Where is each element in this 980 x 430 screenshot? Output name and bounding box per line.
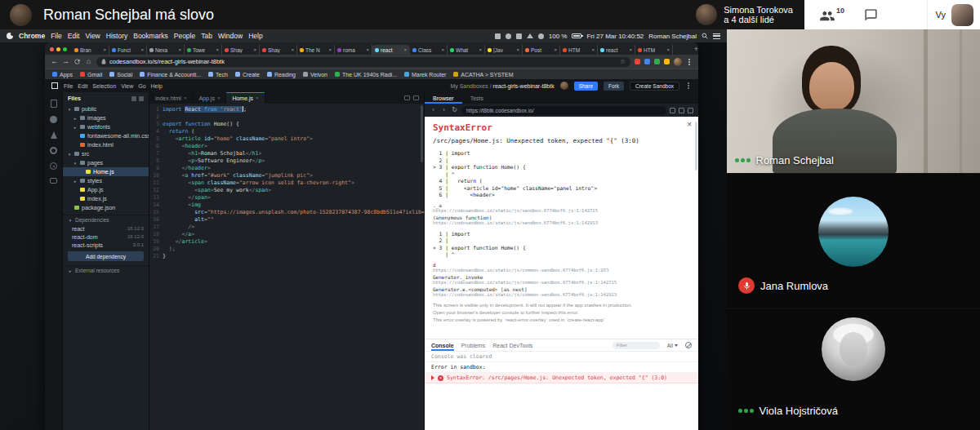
browser-tab[interactable]: Class× [410,45,448,55]
bookmark-item[interactable]: The UK 1940s Radi... [335,72,397,78]
console-tab-problems[interactable]: Problems [461,339,486,351]
preview-url-bar[interactable]: https://t8btk.codesandbox.io/ [461,106,666,115]
bookmark-item[interactable]: Velvon [303,72,327,78]
mac-menu-tab[interactable]: Tab [201,32,212,40]
file-tree-item[interactable]: index.js [63,194,149,203]
display-icon[interactable] [506,33,511,39]
tab-close-icon[interactable]: × [256,95,259,100]
close-overlay-icon[interactable]: × [687,120,692,129]
new-file-icon[interactable] [131,96,136,101]
preview-scrollbar[interactable] [695,122,697,171]
editor-layout-icon[interactable] [413,95,419,100]
log-level-dropdown[interactable]: All [667,343,678,348]
console-filter-input[interactable]: Filter [612,342,660,349]
extension-icon[interactable] [664,59,670,64]
browser-tab[interactable]: HTM× [635,45,673,55]
mac-menu-bookmarks[interactable]: Bookmarks [133,32,168,40]
tab-close-icon[interactable]: × [629,47,632,52]
file-tree-item[interactable]: ▸images [63,113,149,122]
tab-close-icon[interactable]: × [216,47,219,52]
dependency-row[interactable]: react-dom16.12.0 [63,233,149,241]
csb-menu-go[interactable]: Go [138,83,145,89]
mac-menu-people[interactable]: People [174,32,195,40]
browser-tab[interactable]: The N× [297,45,335,55]
participant-video-jana[interactable]: Jana Rumlova [727,173,980,308]
wifi-icon[interactable] [527,33,533,38]
console-tab-console[interactable]: Console [431,339,454,351]
open-new-window-icon[interactable] [670,108,675,113]
close-window-icon[interactable] [50,47,54,51]
bookmark-star-icon[interactable]: ☆ [620,58,626,65]
stack-link[interactable]: https://codesandbox.io/static/js/common-… [433,292,690,297]
extension-icon[interactable] [644,59,650,64]
browser-tab[interactable]: Post× [523,45,560,55]
tab-close-icon[interactable]: × [184,95,187,100]
split-view-icon[interactable] [404,95,410,100]
mac-menu-view[interactable]: View [85,32,100,40]
preview-refresh-button[interactable]: ↻ [451,107,458,113]
file-tree-item[interactable]: ▸styles [63,176,149,185]
explorer-icon[interactable] [51,100,57,108]
refresh-button[interactable] [74,58,81,65]
tab-close-icon[interactable]: × [554,47,557,52]
extension-icon[interactable] [635,59,640,64]
browser-tab[interactable]: What× [448,45,485,55]
browser-tab[interactable]: Shay× [260,45,297,55]
bookmark-item[interactable]: Gmail [80,72,102,78]
tab-close-icon[interactable]: × [591,47,595,52]
deployment-icon[interactable] [51,131,57,139]
comments-icon[interactable] [50,178,57,184]
bookmark-item[interactable]: Reading [267,72,296,78]
tab-close-icon[interactable]: × [140,47,144,52]
address-bar[interactable]: codesandbox.io/s/react-girls-webinar-t8b… [96,57,630,67]
screen-mirroring-icon[interactable] [495,33,501,39]
add-dependency-button[interactable]: Add dependency [68,251,144,261]
new-tab-button[interactable]: + [694,46,698,53]
browser-tab[interactable]: Nexa× [147,45,185,55]
settings-icon[interactable] [50,147,57,154]
console-error-row[interactable]: × SyntaxError: /src/pages/Home.js: Unexp… [425,373,698,383]
browser-tab[interactable]: Towe× [185,45,222,55]
tab-close-icon[interactable]: × [328,47,332,52]
minimize-window-icon[interactable] [56,47,60,51]
maximize-window-icon[interactable] [63,47,67,51]
apple-menu-icon[interactable] [7,33,13,39]
stack-link[interactable]: https://codesandbox.io/static/js/sandbox… [433,208,690,213]
preview-back-button[interactable]: ‹ [430,107,437,113]
bookmark-item[interactable]: Social [109,72,132,78]
participant-video-roman[interactable]: Roman Schejbal [727,29,980,173]
bookmark-item[interactable]: Finance & Accounti... [140,72,201,78]
dependency-row[interactable]: react-scripts3.0.1 [63,241,149,249]
github-icon[interactable] [50,116,57,123]
volume-icon[interactable] [538,33,544,39]
breadcrumb-root[interactable]: My Sandboxes [450,83,488,89]
menubar-clock[interactable]: Fri 27 Mar 10:40:52 [586,33,644,40]
tab-close-icon[interactable]: × [291,47,294,52]
chrome-menu-icon[interactable] [688,61,690,63]
notification-center-icon[interactable] [713,33,720,39]
csb-menu-help[interactable]: Help [151,83,163,89]
stack-link[interactable]: https://codesandbox.io/static/js/common-… [433,280,690,285]
new-folder-icon[interactable] [139,96,144,101]
file-tree-item[interactable]: index.html [63,140,149,149]
mac-menu-chrome[interactable]: Chrome [19,32,45,40]
window-controls[interactable] [50,47,67,51]
stack-link[interactable]: https://codesandbox.io/static/js/common-… [433,268,690,273]
bookmark-item[interactable]: ACATHA > SYSTEM [453,72,513,78]
user-avatar[interactable] [560,82,568,90]
tab-close-icon[interactable]: × [441,47,444,52]
mac-menu-history[interactable]: History [106,32,127,40]
file-tree-item[interactable]: ▾pages [63,158,149,167]
share-button[interactable]: Share [574,82,598,91]
file-tree-item[interactable]: App.js [63,185,149,194]
preview-tab-tests[interactable]: Tests [462,92,492,104]
spotlight-icon[interactable] [702,33,708,39]
csb-menu-view[interactable]: View [121,83,133,89]
dependency-row[interactable]: react16.12.0 [63,224,149,233]
live-icon[interactable] [50,162,57,170]
csb-menu-selection[interactable]: Selection [92,83,116,89]
browser-tab[interactable]: roma× [335,45,372,55]
codesandbox-logo[interactable] [51,82,58,89]
self-video-thumbnail[interactable] [951,4,973,26]
mac-menu-window[interactable]: Window [218,32,243,40]
